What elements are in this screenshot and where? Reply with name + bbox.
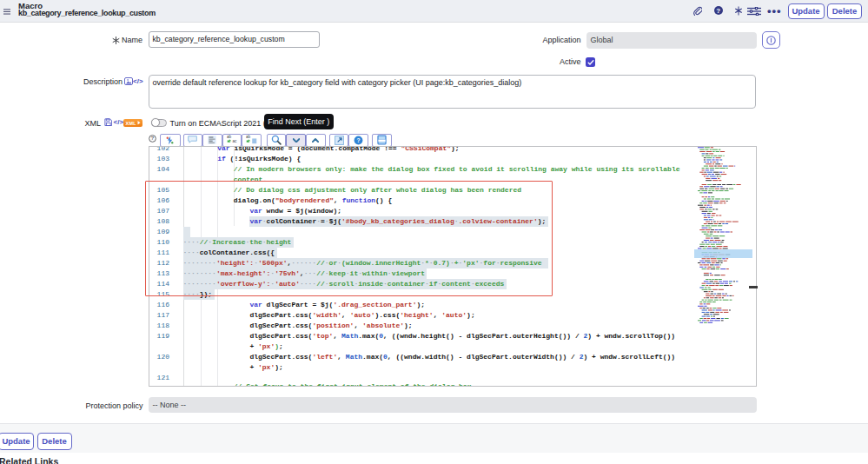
svg-text:ab: ab bbox=[227, 135, 232, 139]
svg-text:?: ? bbox=[356, 136, 360, 143]
svg-text:?: ? bbox=[151, 136, 155, 141]
svg-text:ac: ac bbox=[232, 139, 237, 143]
svg-text:ab: ab bbox=[246, 135, 251, 139]
